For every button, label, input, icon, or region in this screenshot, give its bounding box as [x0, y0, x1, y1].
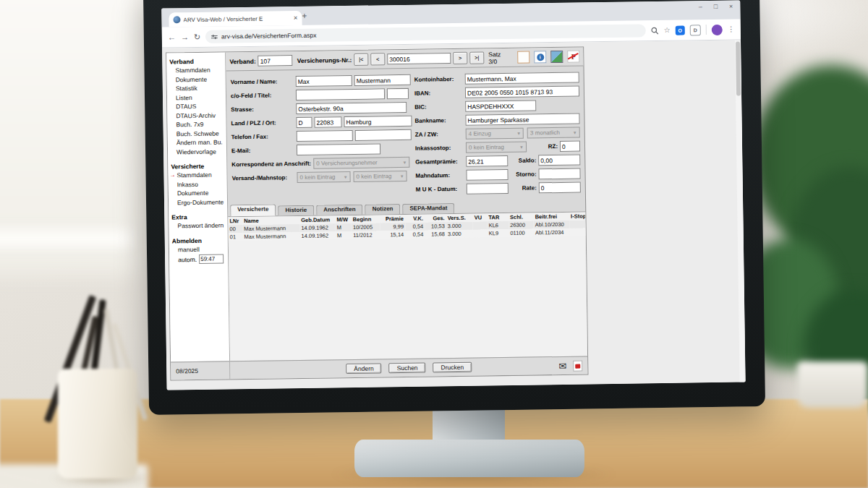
suchen-button[interactable]: Suchen: [389, 363, 426, 374]
land-input[interactable]: [296, 117, 312, 128]
pdf-icon[interactable]: [573, 360, 582, 371]
saldo-label: Saldo:: [508, 157, 538, 164]
sidebar-item-extra-passwort-andern[interactable]: Passwort ändern: [171, 221, 226, 231]
gesamtpraemie-input[interactable]: [466, 155, 508, 167]
tab-sepa-mandat[interactable]: SEPA-Mandat: [402, 203, 454, 214]
bookmark-star-icon[interactable]: ☆: [664, 27, 671, 34]
browser-tab[interactable]: ARV Visa-Web / Versicherter E ×: [169, 11, 302, 27]
last-record-button[interactable]: >|: [469, 51, 484, 64]
strasse-label: Strasse:: [231, 106, 296, 113]
korrespondenz-select: 0 Versicherungsnehmer▼: [313, 157, 409, 169]
sidebar-sections: VerbandStammdatenDokumenteStatistikListe…: [169, 56, 226, 264]
iban-input[interactable]: [465, 86, 579, 98]
sidebar-item-verband-dokumente[interactable]: Dokumente: [170, 74, 224, 85]
sidebar-item-versicherte-ergo-dokumente[interactable]: Ergo-Dokumente: [171, 197, 226, 207]
page-scrollbar[interactable]: [735, 40, 746, 382]
sidebar-item-verband-buch-7x9[interactable]: Buch. 7x9: [170, 119, 224, 129]
tab-versicherte[interactable]: Versicherte: [230, 204, 276, 216]
sidebar-item-verband-dtaus-archiv[interactable]: DTAUS-Archiv: [170, 111, 224, 121]
window-close-icon[interactable]: ×: [729, 3, 733, 10]
mail-icon[interactable]: ✉: [558, 361, 566, 370]
reload-icon[interactable]: ↻: [194, 33, 200, 40]
window-minimize-icon[interactable]: –: [699, 3, 702, 10]
saldo-input[interactable]: [538, 155, 580, 166]
zw-select: 3 monatlich▼: [527, 127, 580, 139]
telefon-input[interactable]: [297, 130, 353, 142]
sidebar-item-verband-listen[interactable]: Listen: [170, 93, 224, 103]
sidebar-item-abmelden-manuell[interactable]: manuell: [172, 244, 226, 254]
sidebar-item-versicherte-stammdaten[interactable]: Stammdaten: [171, 170, 225, 180]
sidebar-item-verband-statistik[interactable]: Statistik: [170, 83, 224, 93]
address-bar[interactable]: arv-visa.de/VersichertenForm.aspx: [205, 24, 646, 43]
kontoinhaber-input[interactable]: [465, 72, 579, 85]
drucken-button[interactable]: Drucken: [433, 362, 472, 373]
za-select: 4 Einzug▼: [466, 128, 524, 140]
previous-record-button[interactable]: <: [370, 53, 385, 65]
andern-button[interactable]: Ändern: [346, 363, 382, 374]
tab-anschriften[interactable]: Anschriften: [316, 205, 363, 215]
storno-label: Storno:: [508, 171, 538, 178]
column-header-i-stop: I-Stop: [569, 212, 585, 220]
rate-input[interactable]: [539, 182, 581, 194]
ort-input[interactable]: [344, 116, 412, 127]
sidebar-item-verband-wiedervorlage[interactable]: Wiedervorlage: [171, 147, 225, 157]
version-label: 08/2025: [176, 367, 198, 374]
bankname-input[interactable]: [465, 114, 579, 126]
tab-historie[interactable]: Historie: [278, 205, 314, 216]
sidebar-item-verband-stammdaten[interactable]: Stammdaten: [169, 65, 224, 75]
table-cell: 10/2005: [352, 223, 380, 231]
auto-logout-timer[interactable]: [199, 254, 224, 263]
verband-input[interactable]: [258, 55, 293, 67]
muk-datum-input[interactable]: [467, 183, 509, 194]
storno-input[interactable]: [538, 168, 580, 180]
document-icon[interactable]: [517, 51, 529, 64]
vsnr-input[interactable]: [387, 53, 451, 64]
table-cell: 14.09.1962: [299, 231, 336, 240]
co-label: c/o-Feld / Titel:: [231, 92, 296, 99]
sidebar-item-verband-andern-man-bu[interactable]: Ändern man. Bu.: [171, 137, 225, 147]
sidebar-item-verband-dtaus[interactable]: DTAUS: [170, 101, 224, 111]
titel-input[interactable]: [387, 88, 409, 99]
menu-icon[interactable]: ⋮: [728, 26, 735, 33]
sidebar-item-versicherte-dokumente[interactable]: Dokumente: [171, 188, 226, 198]
verband-label: Verband:: [229, 57, 256, 65]
sidebar-item-verband-buch-schwebe[interactable]: Buch. Schwebe: [171, 129, 225, 139]
email-input[interactable]: [297, 143, 380, 155]
vorname-input[interactable]: [296, 75, 352, 87]
fax-input[interactable]: [355, 129, 412, 141]
app-panel: VerbandStammdatenDokumenteStatistikListe…: [166, 46, 588, 380]
first-record-button[interactable]: |<: [354, 53, 368, 66]
mahnstop-select: 0 kein Eintrag▼: [353, 171, 407, 182]
mahndatum-input[interactable]: [466, 169, 508, 181]
table-cell: Abl.10/2030: [534, 221, 570, 229]
bic-input[interactable]: [465, 100, 536, 111]
info-icon[interactable]: i: [534, 51, 546, 63]
table-cell: [569, 228, 585, 236]
table-cell: Max Mustermann: [242, 232, 299, 241]
rz-input[interactable]: [560, 141, 580, 152]
plz-input[interactable]: [314, 116, 341, 128]
name-input[interactable]: [354, 74, 411, 86]
forward-icon[interactable]: →: [181, 33, 189, 41]
tab-notizen[interactable]: Notizen: [365, 204, 401, 215]
scrollbar-thumb[interactable]: [736, 41, 741, 95]
table-cell: 15,14: [380, 231, 406, 239]
search-icon[interactable]: [651, 27, 659, 35]
flag-icon[interactable]: P: [567, 51, 579, 63]
extension-icon[interactable]: O: [676, 25, 685, 35]
image-icon[interactable]: [550, 51, 563, 63]
bic-label: BIC:: [414, 103, 465, 111]
profile-avatar[interactable]: [712, 24, 723, 35]
auto-logout-row: autom.: [172, 254, 226, 264]
za-zw-label: ZA / ZW:: [415, 131, 466, 138]
next-record-button[interactable]: >: [453, 52, 467, 64]
strasse-input[interactable]: [296, 102, 407, 114]
window-maximize-icon[interactable]: □: [714, 3, 718, 10]
new-tab-button[interactable]: +: [302, 11, 307, 21]
co-input[interactable]: [296, 88, 385, 100]
sidebar-item-versicherte-inkasso[interactable]: Inkasso: [171, 179, 226, 189]
tab-close-icon[interactable]: ×: [294, 14, 298, 22]
extension-icon[interactable]: D: [690, 25, 701, 35]
sidebar-section-title: Verband: [169, 56, 224, 66]
back-icon[interactable]: ←: [168, 33, 176, 41]
